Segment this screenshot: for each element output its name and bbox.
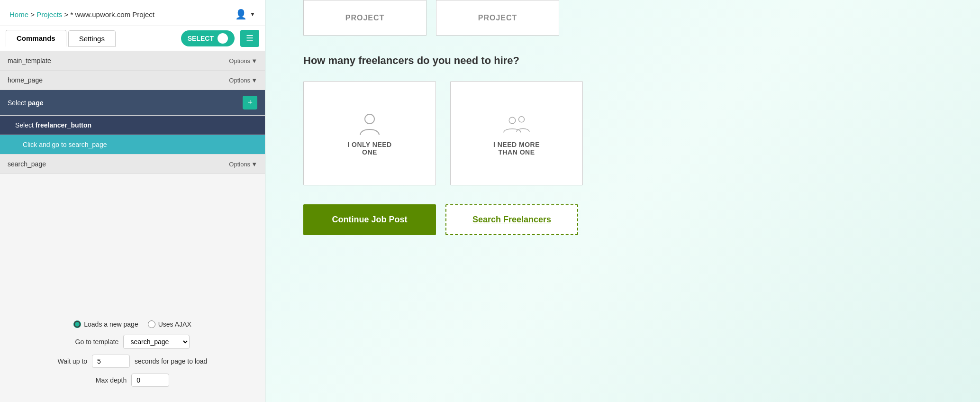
cmd-main-template-options[interactable]: Options ▼	[229, 57, 257, 64]
cmd-search-page[interactable]: search_page Options ▼	[0, 155, 265, 174]
go-to-template-label: Go to template	[75, 338, 119, 346]
radio-loads-label[interactable]: Loads a new page	[73, 320, 138, 328]
radio-ajax-label[interactable]: Uses AJAX	[148, 320, 191, 328]
user-icon[interactable]: 👤	[235, 9, 247, 20]
cmd-home-page-options[interactable]: Options ▼	[229, 77, 257, 84]
tab-commands[interactable]: Commands	[6, 30, 66, 47]
svg-point-2	[519, 117, 525, 122]
max-depth-row: Max depth	[9, 374, 255, 387]
breadcrumb-projects[interactable]: Projects	[36, 10, 62, 18]
single-person-icon	[355, 110, 384, 141]
cmd-select-page[interactable]: Select page +	[0, 90, 265, 116]
hire-card-one[interactable]: I ONLY NEED ONE	[303, 81, 436, 185]
radio-loads-text: Loads a new page	[84, 320, 138, 328]
plus-button[interactable]: +	[243, 96, 257, 110]
template-dropdown[interactable]: search_page	[123, 335, 190, 349]
wait-input[interactable]	[92, 355, 130, 368]
cmd-select-page-label: Select page	[8, 99, 44, 107]
cmd-search-page-label: search_page	[8, 160, 46, 168]
breadcrumb-sep2: >	[64, 10, 70, 18]
svg-point-0	[365, 114, 374, 124]
cmd-click-search[interactable]: Click and go to search_page	[0, 135, 265, 155]
search-freelancers-button[interactable]: Search Freelancers	[445, 204, 578, 235]
breadcrumb-home[interactable]: Home	[9, 10, 28, 18]
radio-row: Loads a new page Uses AJAX	[9, 320, 255, 328]
continue-job-post-button[interactable]: Continue Job Post	[303, 204, 436, 235]
hamburger-button[interactable]: ☰	[240, 30, 259, 47]
top-card-1-label: PROJECT	[345, 14, 385, 22]
max-depth-label: Max depth	[96, 376, 127, 384]
go-to-template-row: Go to template search_page	[9, 335, 255, 349]
select-label: SELECT	[188, 35, 214, 42]
hire-one-label: I ONLY NEED ONE	[347, 141, 391, 156]
breadcrumb-project: * www.upwork.com Project	[70, 10, 154, 18]
cmd-home-page[interactable]: home_page Options ▼	[0, 71, 265, 90]
breadcrumb-bar: Home > Projects > * www.upwork.com Proje…	[0, 0, 265, 26]
top-card-2: PROJECT	[436, 0, 559, 36]
multi-person-icon	[502, 110, 531, 141]
hire-more-label: I NEED MORE THAN ONE	[493, 141, 540, 156]
top-card-2-label: PROJECT	[478, 14, 517, 22]
top-card-1: PROJECT	[303, 0, 426, 36]
wait-label: Wait up to	[58, 357, 88, 365]
tabs-bar: Commands Settings SELECT ☰	[0, 26, 265, 51]
radio-ajax-text: Uses AJAX	[158, 320, 191, 328]
cmd-main-template[interactable]: main_template Options ▼	[0, 51, 265, 71]
seconds-label: seconds for page to load	[135, 357, 207, 365]
cmd-select-freelancer[interactable]: Select freelancer_button	[0, 116, 265, 135]
settings-section: Loads a new page Uses AJAX Go to templat…	[0, 311, 265, 402]
svg-point-1	[509, 117, 516, 124]
select-toggle[interactable]: SELECT	[181, 30, 235, 46]
hire-options: I ONLY NEED ONE I NEED MORE THAN ONE	[303, 81, 942, 185]
breadcrumb-sep1: >	[30, 10, 36, 18]
breadcrumb-right: 👤 ▼	[235, 9, 255, 20]
cmd-main-template-label: main_template	[8, 57, 51, 64]
question-section: How many freelancers do you need to hire…	[265, 36, 980, 245]
command-list: main_template Options ▼ home_page Option…	[0, 51, 265, 311]
tab-settings[interactable]: Settings	[68, 30, 116, 47]
hire-card-more[interactable]: I NEED MORE THAN ONE	[450, 81, 583, 185]
left-panel: Home > Projects > * www.upwork.com Proje…	[0, 0, 265, 402]
top-cards: PROJECT PROJECT	[265, 0, 980, 36]
breadcrumb: Home > Projects > * www.upwork.com Proje…	[9, 10, 154, 18]
action-buttons: Continue Job Post Search Freelancers	[303, 204, 942, 235]
wait-up-to-row: Wait up to seconds for page to load	[9, 355, 255, 368]
chevron-down-icon[interactable]: ▼	[250, 11, 255, 18]
right-panel: PROJECT PROJECT How many freelancers do …	[265, 0, 980, 402]
cmd-select-freelancer-label: Select freelancer_button	[15, 121, 91, 129]
cmd-search-page-options[interactable]: Options ▼	[229, 161, 257, 168]
radio-loads[interactable]	[73, 320, 81, 328]
cmd-click-search-label: Click and go to search_page	[23, 141, 107, 148]
toggle-knob	[218, 33, 228, 44]
radio-ajax[interactable]	[148, 320, 155, 328]
max-depth-input[interactable]	[131, 374, 169, 387]
cmd-home-page-label: home_page	[8, 76, 43, 84]
question-title: How many freelancers do you need to hire…	[303, 55, 942, 67]
